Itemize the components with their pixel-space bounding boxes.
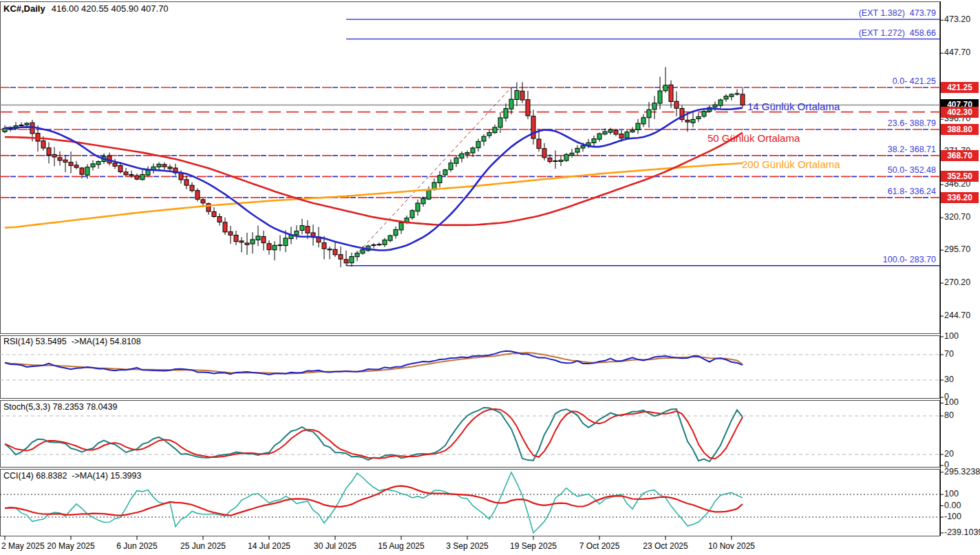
fib-level-label: (EXT 1.382) 473.79 [859, 8, 936, 18]
date-tick-label: 14 Jul 2025 [248, 541, 290, 551]
cci-axis-tick-label: 100 [944, 489, 959, 499]
ma-label: 14 Günlük Ortalama [747, 101, 840, 112]
price-badge: 368.70 [941, 150, 979, 161]
price-badge: 352.50 [941, 171, 979, 182]
stoch-axis-tick-label: 80 [944, 410, 954, 420]
stoch-axis-tick-label: 20 [944, 449, 954, 459]
fib-level-label: 0.0- 421.25 [893, 76, 936, 86]
y-axis-tick-label: 473.20 [944, 14, 970, 24]
y-axis-tick-label: 320.70 [944, 212, 970, 222]
fib-level-label: 100.0- 283.70 [883, 255, 936, 264]
date-tick-label: 19 Sep 2025 [510, 541, 557, 551]
price-badge: 402.30 [941, 107, 979, 118]
fib-level-label: 23.6- 388.79 [888, 118, 936, 128]
y-axis-tick-label: 447.70 [944, 48, 970, 57]
ohlc-values: 416.00 420.55 405.90 407.70 [52, 3, 169, 14]
date-tick-label: 7 Oct 2025 [579, 541, 620, 551]
stoch-axis-tick-label: 100 [944, 397, 959, 407]
y-axis-tick-label: 295.70 [944, 244, 970, 254]
fib-level-label: 61.8- 336.24 [888, 187, 936, 196]
chart-title: KC#,Daily416.00 420.55 405.90 407.70 [3, 3, 169, 14]
cci-axis-tick-label: 0.00 [944, 501, 961, 510]
y-axis-tick-label: 244.70 [944, 311, 970, 320]
price-badge: 421.25 [941, 82, 979, 93]
symbol-name: KC#,Daily [3, 3, 45, 14]
date-tick-label: 10 Nov 2025 [708, 541, 755, 551]
date-tick-label: 3 Sep 2025 [446, 541, 488, 551]
rsi-indicator-label: RSI(14) 53.5495 ->MA(14) 54.8108 [3, 337, 141, 346]
rsi-axis-tick-label: 70 [944, 349, 954, 359]
date-tick-label: 25 Jun 2025 [180, 541, 226, 551]
cci-indicator-label: CCI(14) 68.8382 ->MA(14) 15.3993 [3, 471, 141, 481]
rsi-axis-tick-label: 100 [944, 331, 959, 341]
date-tick-label: 15 Aug 2025 [378, 541, 424, 551]
stoch-indicator-label: Stoch(5,3,3) 78.2353 78.0439 [3, 402, 117, 412]
ma-label: 50 Günlük Ortalama [707, 132, 800, 144]
date-tick-label: 23 Oct 2025 [643, 541, 688, 551]
ma-label: 200 Günlük Ortalama [742, 158, 840, 170]
trading-chart-window: KC#,Daily416.00 420.55 405.90 407.70 RSI… [0, 0, 980, 555]
rsi-axis-tick-label: 30 [944, 375, 954, 384]
fib-level-label: 50.0- 352.48 [888, 165, 936, 175]
cci-axis-tick-label: -100 [944, 512, 961, 521]
price-badge: 388.80 [941, 124, 979, 135]
date-tick-label: 6 Jun 2025 [116, 541, 157, 551]
date-tick-label: 20 May 2025 [47, 541, 94, 551]
stoch-panel[interactable] [0, 400, 940, 467]
price-badge: 336.20 [941, 192, 979, 203]
fib-level-label: (EXT 1.272) 458.66 [859, 28, 936, 38]
cci-axis-tick-label: 295.3238 [944, 467, 980, 477]
date-tick-label: 2 May 2025 [1, 541, 45, 551]
fib-level-label: 38.2- 368.71 [888, 145, 936, 154]
date-tick-label: 30 Jul 2025 [314, 541, 356, 551]
y-axis-tick-label: 270.20 [944, 278, 970, 287]
cci-axis-tick-label: -239.1039 [944, 527, 980, 537]
